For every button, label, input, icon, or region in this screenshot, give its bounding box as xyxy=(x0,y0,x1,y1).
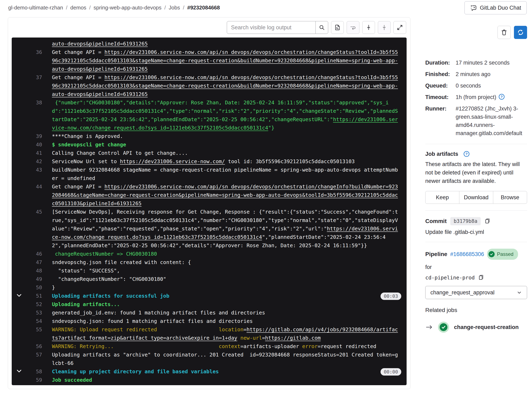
svg-text:?: ? xyxy=(465,152,468,156)
svg-text:?: ? xyxy=(500,95,503,99)
log-line-number[interactable]: 40 xyxy=(12,140,42,149)
pipeline-ref[interactable]: cd-pipeline-prod xyxy=(425,275,475,281)
help-icon[interactable]: ? xyxy=(463,151,470,157)
log-text: ****Change is Approved. xyxy=(52,133,123,139)
log-text: Get change API = xyxy=(52,49,105,55)
related-job-name: change-request-creation xyxy=(454,324,519,331)
log-line-number[interactable]: 59 xyxy=(12,376,42,384)
top-bar: gl-demo-ultimate-rzhan/demos/spring-web-… xyxy=(0,0,532,16)
breadcrumb-subgroup[interactable]: demos xyxy=(70,5,86,11)
log-text: = xyxy=(262,335,265,341)
log-line-number[interactable]: 46 xyxy=(12,250,42,258)
copy-commit-sha-button[interactable] xyxy=(484,218,490,224)
arrow-right-icon xyxy=(425,325,433,330)
log-link[interactable]: https://dev231006.service-now.com/ xyxy=(120,158,225,164)
log-line-text: buildNumber 9232084668 stageName = chang… xyxy=(52,166,400,182)
log-line: 52Uploading artifacts... xyxy=(12,300,407,309)
fullscreen-button[interactable] xyxy=(394,21,406,34)
log-line-number[interactable]: 55 xyxy=(12,325,42,334)
retry-icon xyxy=(517,29,524,36)
gitlab-duo-chat-button[interactable]: GitLab Duo Chat xyxy=(464,1,527,14)
log-line-text: ****Change is Approved. xyxy=(52,132,400,140)
log-line-number[interactable]: 42 xyxy=(12,157,42,166)
related-job-item[interactable]: change-request-creation xyxy=(425,322,527,333)
log-line-number[interactable]: 57 xyxy=(12,351,42,359)
log-text: Job succeeded xyxy=(52,377,92,383)
log-line-number[interactable]: 54 xyxy=(12,317,42,325)
job-actions xyxy=(425,26,527,39)
log-search-group xyxy=(227,21,328,34)
log-line: 45[ServiceNow DevOps], Receiving respons… xyxy=(12,208,407,250)
log-line-text: auto-devops&pipelineId=61931265 xyxy=(52,40,400,48)
related-jobs-list: change-request-creation xyxy=(425,322,527,333)
show-raw-log-button[interactable] xyxy=(331,21,344,34)
commit-message[interactable]: Update file .gitlab-ci.yml xyxy=(425,229,527,235)
pipeline-status-badge[interactable]: Passed xyxy=(487,249,518,260)
scroll-to-bottom-button[interactable] xyxy=(378,21,391,34)
search-input[interactable] xyxy=(227,21,316,34)
log-line-text: $ sndevopscli get change xyxy=(52,140,400,149)
help-icon[interactable]: ? xyxy=(498,93,505,100)
log-line-number[interactable]: 41 xyxy=(12,149,42,157)
log-link[interactable]: auto-devops&pipelineId=61931265 xyxy=(52,41,148,47)
breadcrumb-project[interactable]: spring-web-app-auto-devops xyxy=(94,5,161,11)
log-text: =request redirected xyxy=(318,343,376,349)
job-detail-row: Duration:17 minutes 2 seconds xyxy=(425,59,527,67)
stage-dropdown[interactable]: change_request_approval xyxy=(425,286,527,299)
log-line-number[interactable]: 37 xyxy=(12,73,42,82)
retry-job-button[interactable] xyxy=(514,26,527,39)
log-line-text: Get change API = https://dev231006.servi… xyxy=(52,73,400,98)
log-line-text: ServiceNow Url set to https://dev231006.… xyxy=(52,157,400,166)
copy-ref-button[interactable] xyxy=(478,275,484,281)
log-line-number[interactable]: 39 xyxy=(12,132,42,140)
erase-job-log-button[interactable] xyxy=(498,26,511,39)
log-line-number[interactable]: 49 xyxy=(12,275,42,283)
detail-label: Finished: xyxy=(425,70,454,78)
browse-artifacts-button[interactable]: Browse xyxy=(493,191,527,204)
breadcrumb-separator: / xyxy=(66,5,67,11)
pipeline-id-link[interactable]: #1686685306 xyxy=(450,250,484,259)
raw-log-icon xyxy=(334,24,341,31)
log-line-number[interactable]: 38 xyxy=(12,98,42,107)
log-text: new-url xyxy=(240,335,262,341)
log-line: 40$ sndevopscli get change xyxy=(12,140,407,149)
log-line-number[interactable]: 56 xyxy=(12,342,42,351)
breadcrumb: gl-demo-ultimate-rzhan/demos/spring-web-… xyxy=(8,5,220,11)
log-line-number[interactable]: 51 xyxy=(12,292,42,300)
log-line: 57Uploading artifacts as "archive" to co… xyxy=(12,351,407,367)
log-text: Cleaning up project directory and file b… xyxy=(52,368,219,374)
commit-sha-badge[interactable]: b3179b8a xyxy=(450,217,481,225)
log-text xyxy=(237,335,240,341)
log-line-text: [ServiceNow DevOps], Receiving response … xyxy=(52,208,400,250)
log-line-number[interactable]: 43 xyxy=(12,166,42,174)
log-line-number[interactable]: 45 xyxy=(12,208,42,216)
breadcrumb-group[interactable]: gl-demo-ultimate-rzhan xyxy=(8,5,63,11)
log-text: = xyxy=(243,327,246,332)
breadcrumb-jobs[interactable]: Jobs xyxy=(169,5,180,11)
detail-value: 2 minutes ago xyxy=(456,70,490,78)
scroll-bottom-icon xyxy=(381,24,388,31)
log-line: 37Get change API = https://dev231006.ser… xyxy=(12,73,407,98)
log-line-text: Cleaning up project directory and file b… xyxy=(52,367,400,376)
log-line-number[interactable]: 50 xyxy=(12,283,42,292)
log-line-number[interactable]: 36 xyxy=(12,48,42,56)
log-line-text: generated_job_id.env: found 1 matching a… xyxy=(52,309,400,317)
scroll-to-top-button[interactable] xyxy=(362,21,375,34)
log-line-number[interactable]: 53 xyxy=(12,309,42,317)
duo-chat-icon xyxy=(470,4,477,11)
log-line: 43buildNumber 9232084668 stageName = cha… xyxy=(12,166,407,182)
log-text: $ sndevopscli get change xyxy=(52,142,126,148)
wrap-lines-button[interactable] xyxy=(347,21,359,34)
log-line-number[interactable]: 47 xyxy=(12,258,42,266)
log-text: buildNumber 9232084668 stageName = chang… xyxy=(52,167,398,181)
log-link[interactable]: https://gitlab.com xyxy=(265,335,321,341)
keep-artifacts-button[interactable]: Keep xyxy=(425,191,459,204)
log-line-number[interactable]: 58 xyxy=(12,367,42,376)
log-line-number[interactable]: 48 xyxy=(12,266,42,275)
search-button[interactable] xyxy=(315,21,328,34)
breadcrumb-current-job: #9232084668 xyxy=(187,5,220,11)
log-line-number[interactable]: 52 xyxy=(12,300,42,309)
fullscreen-icon xyxy=(397,24,403,31)
download-artifacts-button[interactable]: Download xyxy=(459,191,493,204)
log-line-number[interactable]: 44 xyxy=(12,182,42,191)
